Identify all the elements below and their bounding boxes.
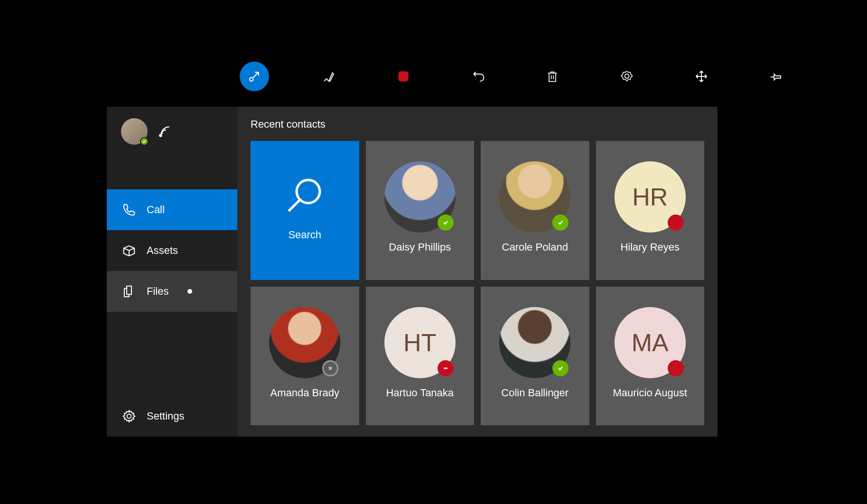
trash-icon: [546, 70, 559, 83]
badge-button[interactable]: [612, 62, 642, 91]
contact-avatar: HR: [615, 161, 686, 233]
profile-area[interactable]: [107, 107, 237, 156]
svg-point-4: [127, 414, 131, 419]
pin-button[interactable]: [761, 62, 791, 91]
move-icon: [694, 69, 709, 84]
move-button[interactable]: [687, 62, 716, 91]
presence-busy: [668, 215, 684, 231]
toolbar: [240, 62, 791, 91]
contact-avatar: [499, 307, 570, 378]
svg-point-5: [297, 180, 320, 203]
gear-icon: [122, 409, 136, 423]
box-icon: [122, 243, 136, 258]
presence-dnd: [438, 360, 454, 376]
contact-name: Daisy Phillips: [389, 241, 451, 253]
presence-available: [438, 215, 454, 231]
contact-tile[interactable]: Colin Ballinger: [481, 287, 589, 426]
contact-tile[interactable]: HT Hartuo Tanaka: [366, 287, 475, 426]
presence-offline: [322, 360, 338, 376]
collapse-icon: [247, 69, 261, 84]
search-icon: [283, 174, 326, 216]
undo-icon: [471, 69, 485, 84]
presence-available: [552, 215, 569, 231]
nav-item-call[interactable]: Call: [107, 189, 237, 230]
record-button[interactable]: [389, 62, 418, 91]
contact-tile[interactable]: MA Mauricio August: [596, 287, 705, 426]
contacts-grid: Search Daisy Phillips Caro: [251, 141, 704, 425]
section-title: Recent contacts: [251, 118, 704, 131]
record-icon: [396, 69, 411, 84]
files-icon: [122, 284, 136, 299]
contact-name: Mauricio August: [613, 387, 687, 399]
app-window: Call Assets Files Se: [107, 107, 718, 437]
nav-label: Assets: [147, 244, 178, 257]
contact-avatar: HT: [384, 307, 456, 378]
tile-label: Search: [288, 229, 321, 241]
badge-icon: [620, 69, 634, 84]
undo-button[interactable]: [463, 62, 493, 91]
nav-label: Settings: [147, 410, 185, 422]
contact-tile[interactable]: Amanda Brady: [251, 287, 359, 426]
contact-tile[interactable]: HR Hilary Reyes: [596, 141, 705, 280]
nav-item-assets[interactable]: Assets: [107, 230, 237, 271]
contact-tile[interactable]: Daisy Phillips: [366, 141, 475, 280]
svg-point-0: [250, 78, 253, 82]
contact-tile[interactable]: Carole Poland: [481, 141, 589, 280]
collapse-button[interactable]: [240, 62, 269, 91]
search-tile[interactable]: Search: [251, 141, 359, 280]
nav-item-files[interactable]: Files: [107, 271, 237, 312]
phone-icon: [122, 203, 136, 217]
user-avatar[interactable]: [121, 118, 148, 145]
user-status-badge: [140, 137, 149, 146]
svg-point-3: [159, 134, 161, 136]
contact-avatar: [269, 307, 340, 378]
contact-avatar: [499, 161, 570, 233]
nav-item-settings[interactable]: Settings: [107, 396, 237, 437]
contact-name: Hartuo Tanaka: [386, 387, 454, 399]
contact-avatar: MA: [615, 307, 686, 378]
contact-name: Colin Ballinger: [501, 387, 569, 399]
trash-button[interactable]: [538, 62, 567, 91]
nav: Call Assets Files Se: [107, 189, 237, 437]
contact-name: Amanda Brady: [270, 387, 339, 399]
wifi-icon: [158, 125, 172, 138]
nav-label: Files: [147, 285, 168, 298]
contact-name: Hilary Reyes: [620, 241, 680, 253]
pen-icon: [322, 69, 336, 84]
main-panel: Recent contacts Search Daisy Phillips: [237, 107, 718, 437]
pen-button[interactable]: [314, 62, 344, 91]
svg-rect-1: [398, 71, 408, 81]
presence-available: [552, 360, 569, 376]
sidebar: Call Assets Files Se: [107, 107, 237, 437]
svg-point-2: [625, 74, 629, 78]
contact-avatar: [384, 161, 456, 233]
notification-dot: [187, 289, 192, 294]
presence-busy: [668, 360, 684, 376]
nav-label: Call: [147, 204, 165, 216]
pin-icon: [769, 69, 783, 84]
contact-name: Carole Poland: [502, 241, 568, 253]
